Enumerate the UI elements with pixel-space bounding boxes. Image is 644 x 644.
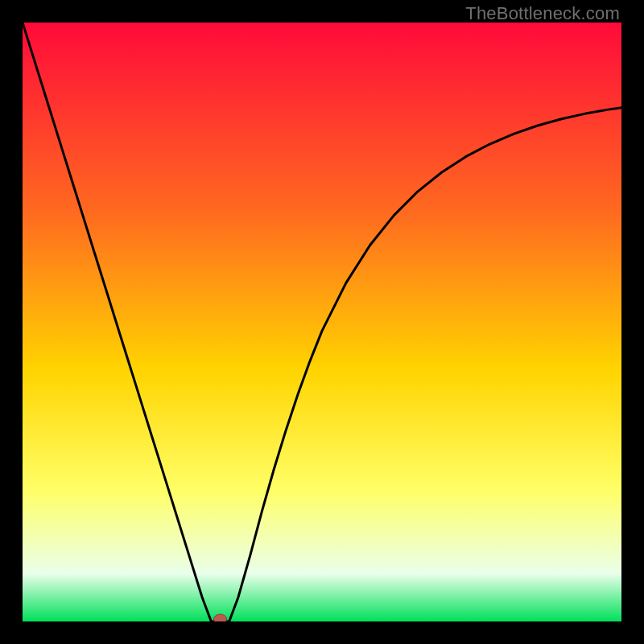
- watermark-text: TheBottleneck.com: [465, 3, 620, 24]
- gradient-background: [23, 23, 621, 621]
- plot-frame: [23, 23, 621, 621]
- optimal-point-marker: [214, 614, 227, 621]
- bottleneck-chart: [23, 23, 621, 621]
